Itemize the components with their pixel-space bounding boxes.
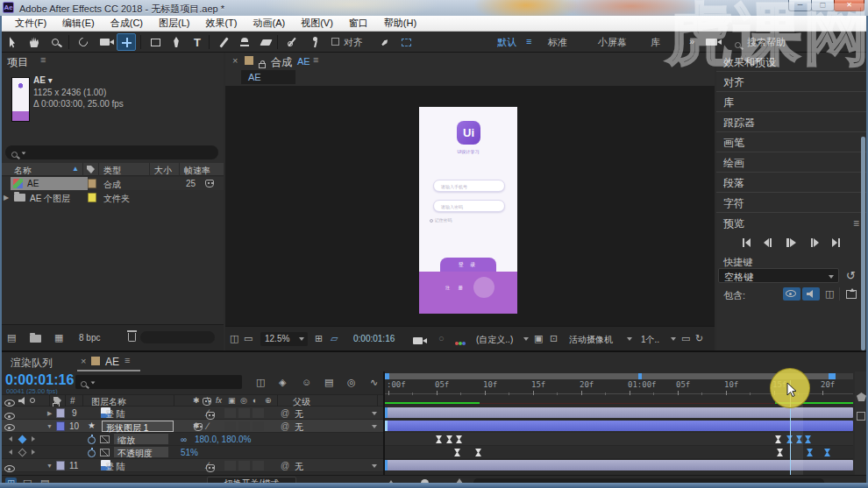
keyframe[interactable]	[807, 449, 813, 456]
label-column-icon[interactable]	[87, 166, 95, 173]
pickwhip-icon[interactable]: @	[281, 421, 289, 431]
layer-row[interactable]: ▶ 9 登 陆 ∕ @ 无	[0, 407, 383, 420]
menu-item[interactable]: 窗口	[341, 17, 376, 30]
rectangle-tool[interactable]	[146, 33, 165, 51]
panel-header-preview[interactable]: 预览 ≡	[716, 214, 868, 233]
panel-menu-icon[interactable]: ≡	[125, 355, 130, 365]
panel-header-7[interactable]: 字符	[716, 194, 868, 213]
current-timecode[interactable]: 0:00:01:16	[5, 372, 74, 388]
next-frame-button[interactable]	[811, 238, 819, 247]
tab-render-queue[interactable]: 渲染队列	[11, 356, 53, 371]
panel-menu-icon[interactable]: ≡	[853, 214, 859, 233]
snapshot-icon[interactable]: ◫	[230, 333, 238, 344]
include-video-button[interactable]	[783, 287, 800, 301]
keyframe[interactable]	[775, 435, 781, 443]
menu-item[interactable]: 文件(F)	[7, 17, 54, 30]
parent-value[interactable]: 无	[295, 408, 303, 421]
quality-icon[interactable]: ∖	[205, 396, 210, 406]
column-number[interactable]: #	[70, 396, 75, 406]
workspace-tab-default[interactable]: 默认	[497, 36, 516, 49]
clone-stamp-tool[interactable]	[235, 33, 254, 51]
keyframe[interactable]	[777, 449, 783, 456]
menu-item[interactable]: 视图(V)	[293, 17, 341, 30]
menu-item[interactable]: 编辑(E)	[54, 17, 103, 30]
property-name-chip[interactable]: 不透明度	[114, 447, 168, 457]
camera-tool[interactable]	[95, 33, 114, 51]
property-value[interactable]: 180.0, 180.0%	[195, 435, 252, 444]
comp-navigator-chip[interactable]: AE	[241, 70, 295, 84]
frame-blending-icon[interactable]: ▤	[324, 377, 333, 388]
menu-item[interactable]: 帮助(H)	[376, 17, 424, 30]
draft-3d-icon[interactable]: ◈	[279, 377, 286, 388]
parent-value[interactable]: 无	[295, 421, 303, 434]
layer-duration-bar[interactable]	[385, 460, 853, 470]
collapse-switch[interactable]: ✱	[193, 421, 200, 430]
stopwatch-icon[interactable]	[88, 449, 96, 457]
include-audio-button[interactable]	[802, 287, 820, 301]
add-keyframe-icon[interactable]	[18, 449, 27, 457]
refresh-icon[interactable]: ↻	[695, 333, 703, 344]
view-count-select[interactable]: 1个..	[639, 332, 676, 346]
layer-name-box[interactable]: 形状图层 1	[102, 421, 174, 432]
panel-menu-icon[interactable]: ≡	[313, 54, 318, 65]
tab-timeline-comp[interactable]: AE	[105, 356, 119, 368]
label-chip[interactable]	[88, 193, 96, 202]
adjustment-icon[interactable]: ◐	[253, 396, 257, 405]
brush-tool[interactable]	[214, 33, 233, 51]
panel-header-4[interactable]: 画笔	[716, 133, 868, 152]
zoom-select[interactable]: 12.5%	[260, 332, 308, 346]
fx-icon[interactable]: fx	[216, 396, 222, 405]
composition-flowchart-icon[interactable]: ◫	[256, 377, 265, 388]
channel-icon[interactable]: ○	[438, 333, 445, 343]
hand-tool[interactable]	[25, 33, 44, 51]
label-chip[interactable]	[88, 179, 96, 188]
motion-blur-col-icon[interactable]: ◎	[240, 396, 247, 405]
rotation-tool[interactable]	[74, 33, 93, 51]
graph-icon[interactable]	[100, 449, 110, 456]
layer-duration-bar[interactable]	[385, 407, 853, 418]
menu-item[interactable]: 图层(L)	[151, 17, 197, 30]
new-folder-icon[interactable]	[30, 335, 41, 343]
color-depth-button[interactable]: 8 bpc	[79, 333, 100, 343]
menu-item[interactable]: 效果(T)	[197, 17, 245, 30]
new-composition-icon[interactable]: ▦	[54, 332, 63, 343]
keyframe[interactable]	[436, 435, 442, 443]
play-button[interactable]	[786, 238, 796, 247]
property-value[interactable]: 51%	[181, 448, 198, 457]
marquee-icon[interactable]	[396, 33, 416, 51]
pickwhip-icon[interactable]: @	[281, 461, 289, 470]
close-button[interactable]: ✕	[834, 0, 864, 11]
first-frame-button[interactable]	[743, 238, 751, 247]
menu-item[interactable]: 合成(C)	[103, 17, 151, 30]
sort-asc-icon[interactable]: ▲	[72, 165, 79, 173]
workspace-switcher-icon[interactable]	[701, 33, 721, 51]
column-name[interactable]: 名称	[14, 165, 32, 177]
panel-scrollbar[interactable]	[861, 137, 865, 350]
tab-composition-label[interactable]: 合成	[271, 55, 292, 70]
list-view-icon[interactable]: ▤	[7, 332, 16, 343]
rgb-channels-icon[interactable]	[455, 336, 466, 347]
snapshot-camera-icon[interactable]	[413, 337, 423, 344]
pen-tool[interactable]	[167, 33, 186, 51]
tab-comp-name[interactable]: AE	[297, 56, 310, 67]
timeline-search-input[interactable]	[75, 375, 242, 389]
comp-viewer[interactable]: Ui UI设计学习 请输入手机号 请输入密码 记住密码 登 录 注 册	[225, 86, 715, 326]
three-d-icon[interactable]: ⊕	[265, 396, 272, 405]
twirl-icon[interactable]: ▼	[46, 463, 53, 469]
workspace-overflow-chevrons[interactable]: »	[689, 36, 694, 46]
property-name-chip[interactable]: 缩放	[114, 434, 168, 444]
column-fps[interactable]: 帧速率	[184, 165, 210, 177]
layer-duration-bar-selected[interactable]	[385, 421, 853, 431]
type-tool[interactable]: T	[188, 33, 207, 51]
next-keyframe-icon[interactable]	[32, 449, 35, 455]
eye-icon[interactable]	[4, 413, 15, 420]
table-row[interactable]: ▶ AE 个图层 文件夹	[0, 191, 224, 204]
frame-blend-icon[interactable]: ▣	[228, 396, 236, 405]
panel-header-2[interactable]: 库	[716, 93, 868, 112]
trash-icon[interactable]	[128, 333, 136, 342]
panel-menu-icon[interactable]: ≡	[40, 54, 46, 65]
share-icon[interactable]	[846, 290, 857, 299]
last-frame-button[interactable]	[832, 238, 840, 247]
tab-project[interactable]: 项目	[7, 55, 28, 70]
layer-row[interactable]: ▼ 11 登 陆 ∕ @ 无	[0, 459, 383, 472]
